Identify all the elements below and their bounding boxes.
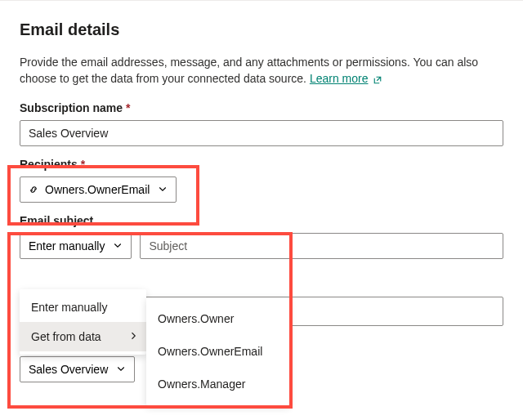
subject-mode-menu: Enter manually Get from data bbox=[20, 289, 146, 355]
submenu-item-owners-owner[interactable]: Owners.Owner bbox=[146, 302, 289, 335]
page-title: Email details bbox=[20, 20, 503, 39]
menu-item-get-from-data[interactable]: Get from data bbox=[20, 322, 146, 351]
data-field-submenu: Owners.Owner Owners.OwnerEmail Owners.Ma… bbox=[146, 297, 289, 405]
subject-mode-dropdown[interactable]: Enter manually bbox=[20, 233, 132, 259]
description-text: Provide the email addresses, message, an… bbox=[20, 56, 478, 85]
subscription-name-field: Subscription name * bbox=[20, 101, 503, 146]
submenu-item-label: Owners.Owner bbox=[158, 312, 234, 325]
email-subject-label: Email subject bbox=[20, 214, 503, 227]
subject-mode-label: Enter manually bbox=[29, 239, 105, 252]
external-link-icon bbox=[373, 75, 382, 85]
link-icon bbox=[29, 185, 38, 194]
submenu-item-label: Owners.OwnerEmail bbox=[158, 345, 262, 358]
report-page-dropdown[interactable]: Sales Overview bbox=[20, 356, 135, 382]
chevron-down-icon bbox=[116, 363, 126, 376]
subscription-name-input[interactable] bbox=[20, 120, 503, 146]
report-page-value: Sales Overview bbox=[29, 363, 108, 376]
menu-item-label: Get from data bbox=[31, 330, 101, 343]
submenu-item-owners-owneremail[interactable]: Owners.OwnerEmail bbox=[146, 335, 289, 368]
recipients-chip-text: Owners.OwnerEmail bbox=[45, 183, 150, 196]
chevron-down-icon bbox=[158, 183, 168, 196]
submenu-item-owners-manager[interactable]: Owners.Manager bbox=[146, 368, 289, 400]
menu-item-enter-manually[interactable]: Enter manually bbox=[20, 293, 146, 322]
description: Provide the email addresses, message, an… bbox=[20, 54, 503, 87]
email-subject-field: Email subject Enter manually bbox=[20, 214, 503, 259]
subscription-name-label: Subscription name * bbox=[20, 101, 503, 114]
chevron-right-icon bbox=[128, 330, 138, 343]
recipients-chip[interactable]: Owners.OwnerEmail bbox=[20, 176, 177, 203]
required-asterisk: * bbox=[126, 101, 130, 114]
learn-more-link[interactable]: Learn more bbox=[310, 72, 369, 85]
menu-item-label: Enter manually bbox=[31, 301, 107, 314]
recipients-field: Recipients * Owners.OwnerEmail bbox=[20, 158, 503, 203]
chevron-down-icon bbox=[113, 239, 123, 252]
required-asterisk: * bbox=[81, 158, 85, 171]
subject-input[interactable] bbox=[140, 233, 503, 259]
submenu-item-label: Owners.Manager bbox=[158, 378, 245, 391]
recipients-label: Recipients * bbox=[20, 158, 503, 171]
